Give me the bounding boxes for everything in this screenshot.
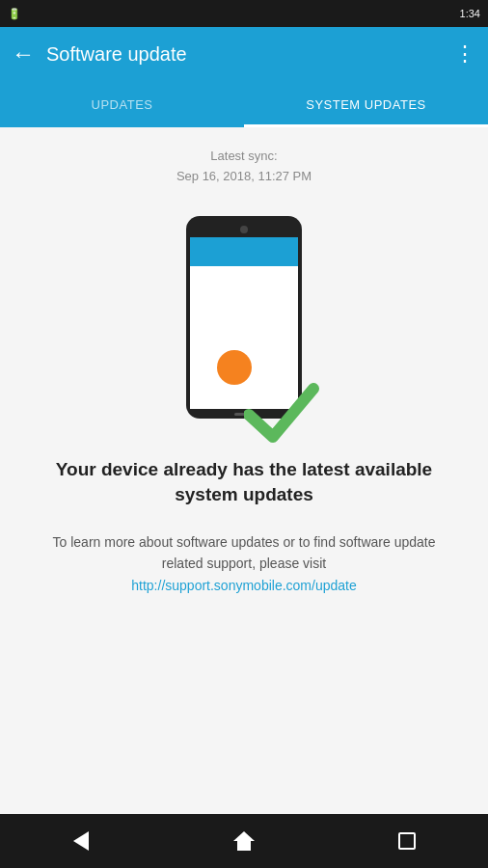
- sync-label: Latest sync:: [210, 149, 277, 163]
- recent-apps-icon: [398, 832, 416, 850]
- status-battery-icon: 🔋: [8, 8, 21, 20]
- page-title: Software update: [46, 43, 454, 66]
- sub-message-text: To learn more about software updates or …: [53, 534, 436, 571]
- nav-bar: [0, 814, 488, 868]
- main-message: Your device already has the latest avail…: [15, 457, 473, 508]
- phone-camera: [240, 226, 248, 233]
- tab-updates[interactable]: UPDATES: [0, 81, 244, 127]
- tab-bar: UPDATES SYSTEM UPDATES: [0, 81, 488, 127]
- sync-date: Sep 16, 2018, 11:27 PM: [176, 169, 312, 183]
- phone-screen-top-bar: [190, 237, 298, 266]
- sub-message: To learn more about software updates or …: [15, 531, 473, 596]
- phone-illustration: [176, 216, 312, 438]
- status-bar: 🔋 1:34: [0, 0, 488, 27]
- status-bar-left: 🔋: [8, 8, 21, 20]
- back-triangle-icon: [73, 831, 89, 851]
- support-link[interactable]: http://support.sonymobile.com/update: [131, 578, 356, 593]
- sync-info: Latest sync: Sep 16, 2018, 11:27 PM: [176, 147, 312, 187]
- checkmark-icon: [244, 381, 321, 448]
- phone-orange-dot: [217, 350, 252, 385]
- back-button[interactable]: ←: [12, 42, 35, 66]
- tab-system-updates[interactable]: SYSTEM UPDATES: [244, 81, 488, 127]
- home-icon: [233, 831, 255, 851]
- main-content: Latest sync: Sep 16, 2018, 11:27 PM Your…: [0, 127, 488, 814]
- nav-back-button[interactable]: [60, 820, 102, 862]
- nav-recent-button[interactable]: [386, 820, 428, 862]
- more-options-button[interactable]: ⋮: [454, 41, 476, 67]
- nav-home-button[interactable]: [223, 820, 265, 862]
- status-bar-right: 1:34: [460, 8, 480, 19]
- app-bar: ← Software update ⋮: [0, 27, 488, 81]
- status-time: 1:34: [460, 8, 480, 19]
